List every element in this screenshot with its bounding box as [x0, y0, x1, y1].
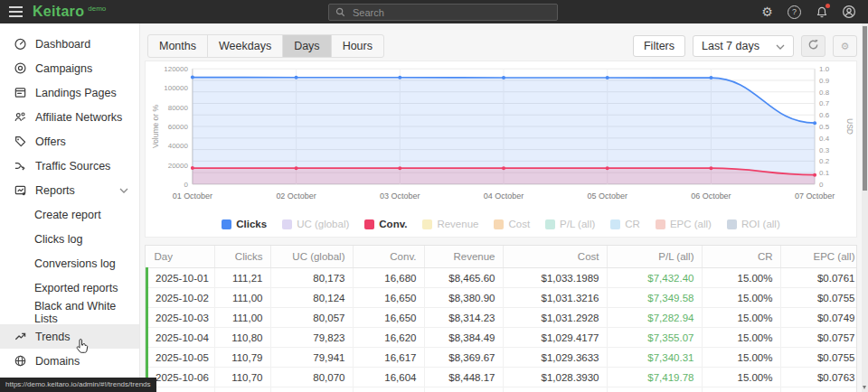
svg-text:0.8: 0.8: [819, 89, 830, 97]
table-row: 2025-10-06110,7080,07016,604$8,448.17$1,…: [147, 368, 858, 387]
table-cell: 110,80: [214, 328, 270, 348]
table-cell: 110,79: [214, 348, 270, 368]
legend-item[interactable]: Clicks: [222, 219, 267, 229]
sidebar-item-offers[interactable]: Offers: [0, 129, 139, 154]
column-header[interactable]: P/L (all): [607, 246, 702, 268]
sidebar: Dashboard Campaigns Landings Pages Affil…: [0, 23, 140, 392]
legend-swatch: [727, 219, 737, 229]
table-cell: $0.0761: [780, 268, 857, 288]
svg-text:03 October: 03 October: [380, 191, 420, 201]
sidebar-item-reports[interactable]: Reports: [0, 178, 139, 202]
table-row: 2025-10-02111,0080,12416,650$8,380.90$1,…: [147, 288, 858, 308]
sidebar-item-landings-pages[interactable]: Landings Pages: [0, 80, 139, 105]
legend-swatch: [610, 219, 620, 229]
legend-item[interactable]: EPC (all): [656, 219, 712, 229]
legend-label: Revenue: [437, 219, 478, 229]
globe-icon: [13, 354, 27, 369]
svg-text:0.2: 0.2: [819, 157, 830, 165]
table-cell: $0.0755: [780, 348, 857, 368]
table-cell: $8,448.17: [424, 368, 503, 387]
legend-item[interactable]: ROI (all): [727, 219, 780, 229]
table-cell: 79,823: [270, 328, 353, 348]
table-cell: $7,340.31: [607, 348, 702, 368]
sidebar-item-conversions-log[interactable]: Conversions log: [0, 251, 139, 275]
date-range-select[interactable]: Last 7 days: [693, 35, 794, 57]
legend-label: CR: [625, 219, 640, 229]
table-cell: $8,384.49: [424, 328, 503, 348]
legend-item[interactable]: Cost: [494, 219, 530, 229]
table-cell: 16,680: [353, 268, 424, 288]
svg-text:0.4: 0.4: [819, 135, 830, 143]
sidebar-item-traffic-sources[interactable]: Traffic Sources: [0, 154, 139, 178]
report-chart-icon: [13, 183, 27, 198]
column-header[interactable]: Day: [147, 246, 215, 268]
search-bar[interactable]: [328, 4, 558, 21]
sidebar-item-create-report[interactable]: Create report: [0, 202, 139, 227]
notifications-icon[interactable]: [814, 5, 829, 20]
legend-swatch: [494, 219, 504, 229]
help-icon[interactable]: ?: [787, 5, 802, 20]
legend-label: Clicks: [236, 219, 267, 229]
sidebar-item-clicks-log[interactable]: Clicks log: [0, 227, 139, 251]
chart-settings-button[interactable]: ⚙: [833, 35, 857, 57]
chart-legend: ClicksUC (global)Conv.RevenueCostP/L (al…: [146, 215, 856, 237]
tab-months[interactable]: Months: [148, 35, 208, 57]
filters-button[interactable]: Filters: [633, 35, 685, 57]
legend-item[interactable]: UC (global): [282, 219, 349, 229]
column-header[interactable]: Revenue: [424, 246, 503, 268]
sidebar-item-exported-reports[interactable]: Exported reports: [0, 275, 139, 300]
legend-item[interactable]: Revenue: [422, 219, 478, 229]
svg-text:0: 0: [184, 181, 188, 189]
refresh-button[interactable]: [801, 35, 826, 57]
legend-item[interactable]: Conv.: [364, 219, 407, 229]
svg-text:40000: 40000: [168, 142, 189, 150]
table-cell: $4,293.11: [607, 387, 702, 392]
svg-text:80000: 80000: [168, 104, 189, 112]
app-logo: Keitaro: [33, 4, 84, 20]
table-cell: $7,419.78: [607, 368, 702, 387]
sidebar-item-campaigns[interactable]: Campaigns: [0, 56, 139, 80]
hamburger-menu-icon[interactable]: [0, 6, 31, 17]
column-header[interactable]: UC (global): [270, 246, 353, 268]
main-content: Months Weekdays Days Hours Filters Last …: [140, 23, 868, 392]
column-header[interactable]: EPC (all): [780, 246, 857, 268]
svg-text:100000: 100000: [164, 84, 188, 92]
tab-weekdays[interactable]: Weekdays: [208, 35, 283, 57]
chevron-down-icon: [776, 40, 785, 52]
table-cell: 2025-10-01: [147, 268, 215, 288]
legend-label: Conv.: [379, 219, 407, 229]
table-cell: $1,029.3633: [503, 348, 607, 368]
table-cell: 2025-10-06: [147, 368, 215, 387]
svg-text:USD: USD: [845, 118, 854, 135]
table-cell: 15.00%: [702, 387, 780, 392]
svg-text:120000: 120000: [164, 65, 188, 73]
column-header[interactable]: Conv.: [353, 246, 424, 268]
search-icon: [335, 5, 345, 21]
column-header[interactable]: Cost: [503, 246, 607, 268]
table-cell: $1,031.3216: [503, 288, 607, 308]
settings-icon[interactable]: ⚙: [760, 5, 775, 20]
table-row: 2025-10-0764,1146,2629,617$4,888.31$595.…: [147, 387, 858, 392]
scrollbar-thumb[interactable]: [863, 26, 867, 191]
column-header[interactable]: CR: [702, 246, 780, 268]
table-cell: $1,029.4177: [503, 328, 607, 348]
column-header[interactable]: Clicks: [214, 246, 270, 268]
table-cell: $8,314.23: [424, 308, 503, 328]
account-icon[interactable]: [841, 5, 856, 20]
sidebar-item-trends[interactable]: Trends: [0, 324, 139, 349]
sidebar-item-affiliate-networks[interactable]: Affiliate Networks: [0, 105, 139, 129]
svg-text:0.3: 0.3: [819, 146, 830, 154]
tab-days[interactable]: Days: [283, 35, 331, 57]
table-cell: 2025-10-07: [147, 387, 215, 392]
legend-item[interactable]: P/L (all): [545, 219, 595, 229]
tab-hours[interactable]: Hours: [332, 35, 383, 57]
sidebar-item-black-white-lists[interactable]: Black and White Lists: [0, 300, 139, 324]
svg-text:07 October: 07 October: [795, 191, 835, 201]
scrollbar-down-arrow[interactable]: [863, 386, 866, 389]
search-input[interactable]: [351, 6, 551, 19]
table-cell: 80,124: [270, 288, 353, 308]
legend-item[interactable]: CR: [610, 219, 640, 229]
sidebar-item-dashboard[interactable]: Dashboard: [0, 32, 139, 56]
sidebar-item-domains[interactable]: Domains: [0, 349, 139, 373]
table-cell: $1,028.3930: [503, 368, 607, 387]
